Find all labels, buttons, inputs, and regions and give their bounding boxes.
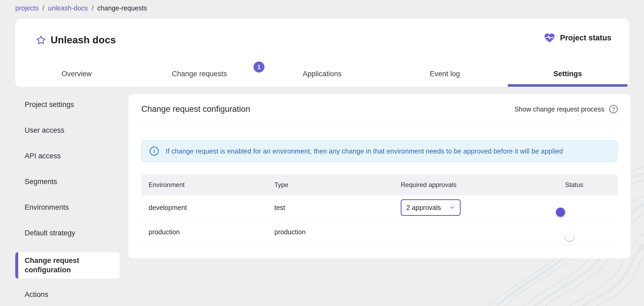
info-icon: i [150, 147, 159, 156]
sidebar-item-environments[interactable]: Environments [15, 201, 120, 214]
breadcrumb-current: change-requests [97, 4, 147, 12]
project-header-row: Unleash docs Project status [15, 19, 629, 62]
tab-label: Settings [553, 70, 582, 78]
info-alert: i If change request is enabled for an en… [141, 140, 618, 162]
sidebar-item-api-access[interactable]: API access [15, 150, 120, 162]
column-header-environment: Environment [149, 181, 274, 189]
panel-header: Change request configuration Show change… [128, 94, 631, 124]
column-header-status: Status [565, 181, 618, 189]
breadcrumb-link-projects[interactable]: projects [15, 4, 39, 12]
app-root: projects / unleash-docs / change-request… [0, 0, 644, 306]
info-alert-text: If change request is enabled for an envi… [166, 147, 563, 155]
cell-environment: production [149, 228, 274, 236]
toggle-thumb [556, 208, 565, 217]
favorite-star-button[interactable] [35, 34, 47, 47]
active-tab-indicator [508, 84, 627, 87]
star-icon [36, 35, 46, 45]
breadcrumb-separator: / [92, 4, 93, 12]
sidebar-item-segments[interactable]: Segments [15, 175, 120, 188]
tab-label: Event log [430, 70, 460, 78]
select-value: 2 approvals [406, 204, 441, 212]
tab-label: Overview [62, 70, 92, 78]
tab-settings[interactable]: Settings [506, 61, 629, 87]
project-status-button[interactable]: Project status [543, 32, 611, 43]
show-change-request-process-button[interactable]: Show change request process ? [514, 105, 618, 113]
tab-applications[interactable]: Applications [261, 61, 384, 87]
toggle-thumb [565, 232, 574, 241]
cell-required-approvals: 2 approvals [401, 199, 565, 216]
environments-table: Environment Type Required approvals Stat… [141, 174, 618, 244]
required-approvals-select[interactable]: 2 approvals [401, 199, 461, 216]
breadcrumb: projects / unleash-docs / change-request… [15, 4, 147, 12]
table-row-production: production production [141, 220, 618, 244]
tab-label: Applications [303, 70, 342, 78]
breadcrumb-link-project[interactable]: unleash-docs [48, 4, 88, 12]
tab-event-log[interactable]: Event log [384, 61, 506, 87]
cell-environment: development [149, 204, 274, 212]
cell-type: test [274, 204, 401, 212]
table-row-development: development test 2 approvals [141, 196, 618, 220]
page-title: Unleash docs [51, 35, 116, 46]
breadcrumb-separator: / [43, 4, 44, 12]
panel-body: i If change request is enabled for an en… [128, 124, 631, 244]
project-header-card: Unleash docs Project status Overview Cha… [15, 19, 629, 87]
project-status-label: Project status [560, 33, 611, 42]
sidebar-item-label: Change request configuration [25, 256, 113, 275]
change-request-configuration-panel: Change request configuration Show change… [128, 94, 631, 258]
sidebar-item-project-settings[interactable]: Project settings [15, 98, 120, 111]
heart-pulse-icon [543, 32, 556, 43]
active-item-accent-bar [15, 252, 18, 278]
cell-type: production [274, 228, 401, 236]
chevron-down-icon [449, 204, 456, 211]
column-header-required-approvals: Required approvals [401, 181, 565, 189]
sidebar-item-user-access[interactable]: User access [15, 124, 120, 137]
table-header-row: Environment Type Required approvals Stat… [141, 174, 618, 196]
settings-sidebar: Project settings User access API access … [15, 98, 120, 306]
sidebar-item-default-strategy[interactable]: Default strategy [15, 227, 120, 239]
sidebar-item-change-request-configuration[interactable]: Change request configuration [15, 252, 120, 278]
column-header-type: Type [274, 181, 401, 189]
tab-overview[interactable]: Overview [15, 61, 138, 87]
sidebar-item-actions[interactable]: Actions [15, 288, 120, 301]
project-tabs: Overview Change requests 1 Applications … [15, 61, 629, 87]
show-process-label: Show change request process [514, 105, 604, 113]
panel-title: Change request configuration [141, 104, 250, 114]
help-question-icon: ? [609, 105, 618, 113]
tab-change-requests[interactable]: Change requests 1 [138, 61, 261, 87]
tab-label: Change requests [172, 70, 227, 78]
